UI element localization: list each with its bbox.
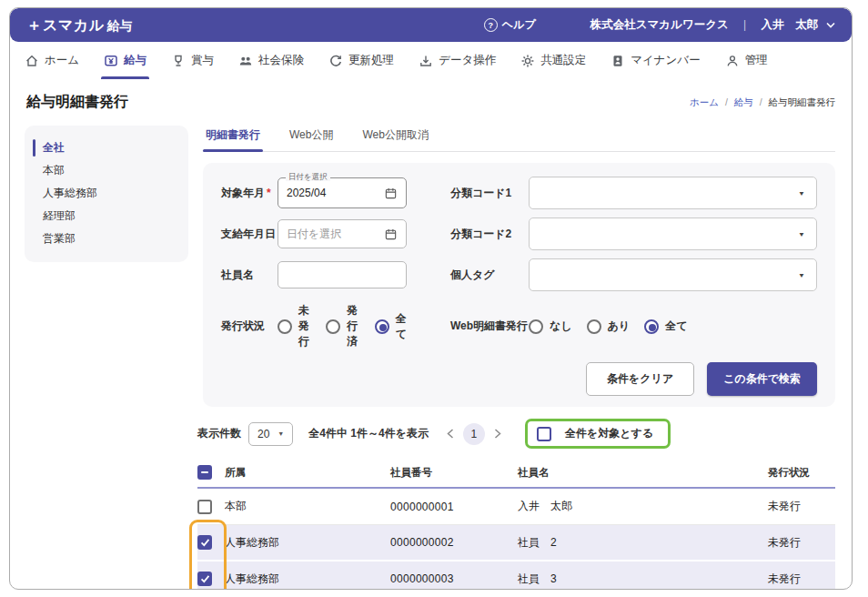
- payroll-icon: [104, 54, 118, 68]
- radio-web-yes[interactable]: あり: [587, 319, 631, 334]
- home-icon: [25, 54, 39, 68]
- table-header-row: 所属 社員番号 社員名 発行状況: [197, 458, 835, 489]
- web-issue-label: Web明細書発行: [450, 319, 529, 334]
- nav-mynumber[interactable]: マイナンバー: [611, 42, 700, 79]
- nav-mynumber-label: マイナンバー: [631, 53, 700, 68]
- logo-suffix: 給与: [107, 18, 133, 35]
- nav-settings-label: 共通設定: [540, 53, 586, 68]
- nav-payroll-label: 給与: [124, 53, 146, 68]
- col-name: 社員名: [518, 466, 768, 480]
- clear-conditions-button[interactable]: 条件をクリア: [586, 362, 694, 396]
- refresh-icon: [328, 54, 343, 68]
- target-month-float-label: 日付を選択: [286, 173, 330, 181]
- employee-table: 所属 社員番号 社員名 発行状況 本部 0000000001 入井 太郎 未発行…: [197, 458, 835, 590]
- help-label: ヘルプ: [502, 17, 536, 33]
- nav-bonus-label: 賞与: [191, 53, 214, 68]
- topbar-separator: ｜: [740, 17, 751, 33]
- pagination: 1: [445, 423, 503, 445]
- col-dept: 所属: [225, 466, 390, 480]
- main-nav: ホーム 給与 賞与 社会保険 更新処理 データ操作 共通設定 マイナンバー: [10, 42, 852, 79]
- user-menu[interactable]: 入井 太郎: [762, 17, 819, 33]
- breadcrumb: ホーム / 給与 / 給与明細書発行: [690, 96, 835, 109]
- help-icon: ?: [484, 18, 498, 32]
- page-number[interactable]: 1: [463, 423, 485, 445]
- calendar-icon[interactable]: [384, 228, 398, 241]
- required-mark: *: [267, 187, 271, 199]
- sidebar-item-eigyo[interactable]: 営業部: [25, 228, 188, 250]
- breadcrumb-parent[interactable]: 給与: [734, 96, 753, 107]
- status-badge: 未発行: [768, 535, 835, 551]
- radio-icon: [529, 319, 543, 334]
- sidebar-item-jinji[interactable]: 人事総務部: [25, 182, 188, 205]
- table-row[interactable]: 本部 0000000001 入井 太郎 未発行: [197, 489, 835, 525]
- app-window: ＋スマカル給与 ? ヘルプ 株式会社スマカルワークス ｜ 入井 太郎 ホーム 給…: [9, 7, 853, 590]
- nav-update[interactable]: 更新処理: [328, 42, 394, 79]
- col-number: 社員番号: [390, 466, 518, 480]
- nav-admin[interactable]: 管理: [725, 42, 768, 79]
- target-month-label: 対象年月*: [221, 186, 278, 201]
- category1-label: 分類コード1: [450, 186, 529, 201]
- nav-settings[interactable]: 共通設定: [520, 42, 586, 79]
- search-filter-panel: 対象年月* 日付を選択 2025/04 分類コード1 ▼: [203, 163, 835, 407]
- search-button[interactable]: この条件で検索: [707, 362, 817, 396]
- prev-page-icon[interactable]: [445, 427, 456, 440]
- select-arrow-icon: ▼: [798, 189, 805, 197]
- nav-payroll[interactable]: 給与: [104, 42, 146, 79]
- category2-label: 分類コード2: [450, 227, 529, 242]
- calendar-icon[interactable]: [384, 187, 398, 200]
- target-month-value: 2025/04: [287, 187, 326, 199]
- issue-status-label: 発行状況: [221, 319, 278, 334]
- header-checkbox[interactable]: [197, 465, 212, 480]
- breadcrumb-home[interactable]: ホーム: [690, 96, 719, 107]
- radio-selected-icon: [644, 319, 659, 334]
- row-checkbox[interactable]: [197, 500, 212, 514]
- next-page-icon[interactable]: [492, 427, 503, 440]
- page-title: 給与明細書発行: [26, 93, 128, 112]
- sidebar-item-all[interactable]: 全社: [25, 137, 188, 159]
- trophy-icon: [171, 54, 186, 68]
- per-page-select[interactable]: 20 ▼: [248, 422, 293, 446]
- nav-home[interactable]: ホーム: [25, 42, 79, 79]
- id-card-icon: [611, 54, 625, 68]
- chevron-down-icon[interactable]: [826, 22, 835, 28]
- per-page-label: 表示件数: [197, 426, 241, 441]
- sidebar-item-keiri[interactable]: 経理部: [25, 205, 188, 228]
- radio-web-all[interactable]: 全て: [644, 319, 687, 334]
- row-checkbox-checked[interactable]: [197, 535, 212, 550]
- help-link[interactable]: ? ヘルプ: [484, 17, 536, 33]
- nav-data[interactable]: データ操作: [419, 42, 496, 79]
- select-all-annotation: 全件を対象とする: [525, 419, 671, 449]
- table-row[interactable]: 人事総務部 0000000003 社員 3 未発行: [197, 562, 835, 590]
- radio-all-status[interactable]: 全て: [375, 311, 407, 342]
- app-logo: ＋スマカル給与: [26, 15, 133, 35]
- personal-tag-label: 個人タグ: [450, 268, 529, 283]
- logo-brand: スマカル: [43, 16, 105, 35]
- nav-data-label: データ操作: [439, 53, 496, 68]
- radio-icon: [326, 319, 340, 334]
- nav-social-insurance-label: 社会保険: [258, 53, 304, 68]
- row-checkbox-checked[interactable]: [197, 572, 212, 586]
- target-month-input[interactable]: 日付を選択 2025/04: [278, 177, 407, 208]
- category2-select[interactable]: ▼: [529, 218, 817, 250]
- radio-web-none[interactable]: なし: [529, 319, 572, 334]
- select-all-checkbox[interactable]: [537, 427, 551, 441]
- sidebar-item-honbu[interactable]: 本部: [25, 159, 188, 182]
- tab-issue[interactable]: 明細書発行: [203, 122, 263, 151]
- tab-web-unpublish[interactable]: Web公開取消: [359, 122, 430, 151]
- radio-not-issued[interactable]: 未発行: [278, 303, 313, 349]
- tab-web-publish[interactable]: Web公開: [287, 122, 336, 151]
- category1-select[interactable]: ▼: [529, 177, 817, 209]
- tab-bar: 明細書発行 Web公開 Web公開取消: [203, 122, 835, 152]
- pay-date-input[interactable]: 日付を選択: [278, 219, 407, 248]
- personal-tag-select[interactable]: ▼: [529, 258, 817, 291]
- employee-name-input[interactable]: [278, 261, 407, 288]
- nav-social-insurance[interactable]: 社会保険: [238, 42, 304, 79]
- radio-issued[interactable]: 発行済: [326, 303, 361, 349]
- nav-update-label: 更新処理: [348, 53, 394, 68]
- nav-home-label: ホーム: [45, 53, 79, 68]
- people-icon: [238, 54, 253, 68]
- table-row[interactable]: 人事総務部 0000000002 社員 2 未発行: [197, 525, 835, 562]
- nav-bonus[interactable]: 賞与: [171, 42, 214, 79]
- status-badge: 未発行: [768, 572, 835, 587]
- download-icon: [419, 54, 433, 68]
